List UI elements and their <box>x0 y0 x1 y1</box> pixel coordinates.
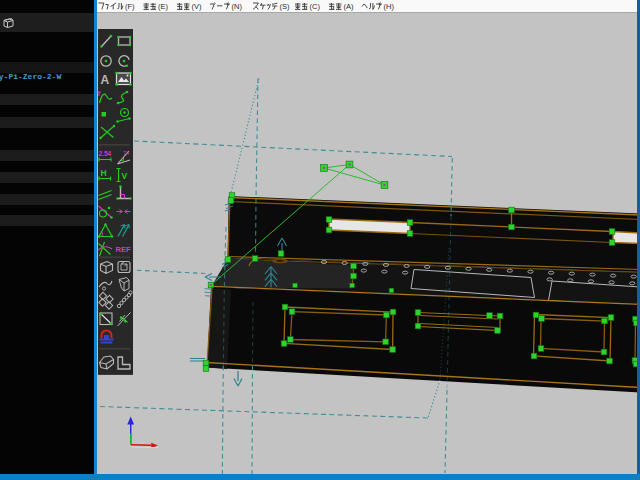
svg-text:REF: REF <box>116 245 131 254</box>
svg-text:2.54: 2.54 <box>99 150 112 157</box>
svg-text:H: H <box>101 168 107 178</box>
svg-text:A: A <box>101 73 110 87</box>
svg-text:74: 74 <box>123 150 129 156</box>
svg-text:V: V <box>122 171 128 181</box>
